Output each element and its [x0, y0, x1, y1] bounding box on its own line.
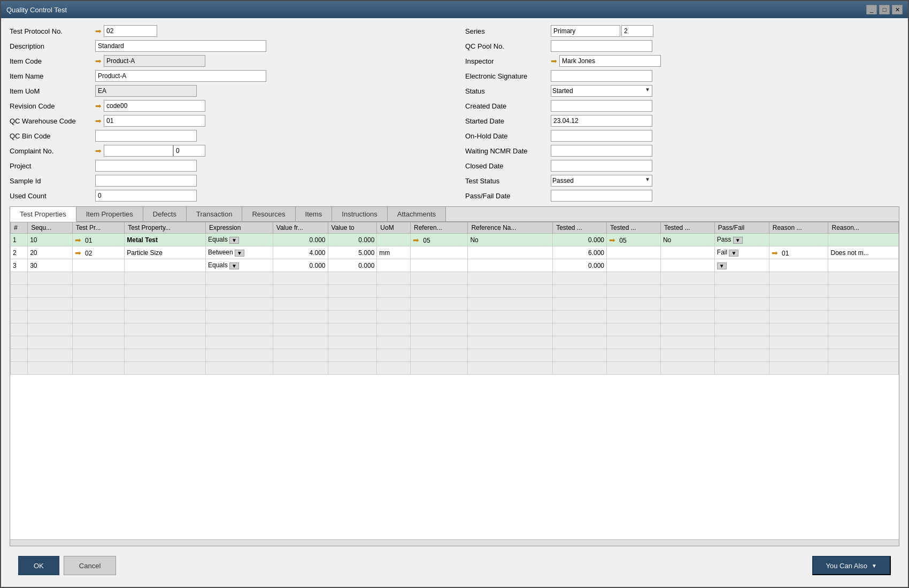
maximize-button[interactable]: □	[879, 5, 890, 14]
test-status-select-wrapper: Passed Failed	[551, 175, 652, 187]
complaint-no-input1[interactable]	[104, 145, 173, 157]
qc-warehouse-input[interactable]	[104, 115, 205, 127]
project-label: Project	[10, 162, 95, 170]
complaint-no-row: Complaint No. ➡	[10, 144, 444, 157]
complaint-no-arrow-icon[interactable]: ➡	[95, 146, 102, 155]
col-reason1: Reason ...	[769, 222, 828, 234]
cell-test-property: Metal Test	[125, 234, 206, 246]
cell-tested2	[607, 259, 661, 272]
qc-pool-input[interactable]	[551, 40, 652, 52]
table-row-empty	[11, 362, 899, 375]
minimize-button[interactable]: _	[866, 5, 877, 14]
cell-reference-na: No	[468, 234, 553, 246]
grid-container[interactable]: # Sequ... Test Pr... Test Property... Ex…	[10, 222, 899, 539]
test-status-row: Test Status Passed Failed	[465, 174, 899, 187]
description-input[interactable]	[95, 40, 266, 52]
cell-num: 3	[11, 259, 28, 272]
qc-warehouse-row: QC Warehouse Code ➡	[10, 114, 444, 127]
row2-arrow-icon[interactable]: ➡	[75, 249, 81, 257]
used-count-input[interactable]	[95, 190, 197, 202]
row1-ref-arrow-icon[interactable]: ➡	[413, 236, 419, 244]
ok-button[interactable]: OK	[18, 556, 59, 575]
pass-fail2-dropdown-icon[interactable]: ▼	[729, 250, 738, 257]
col-value-from: Value fr...	[273, 222, 328, 234]
qc-warehouse-arrow-icon[interactable]: ➡	[95, 117, 102, 125]
row1-tested2-arrow-icon[interactable]: ➡	[609, 236, 615, 244]
row1-arrow-icon[interactable]: ➡	[75, 236, 81, 244]
col-tested2: Tested ...	[607, 222, 661, 234]
cell-tested3: No	[660, 234, 714, 246]
cell-seq: 30	[28, 259, 72, 272]
started-date-input[interactable]	[551, 115, 652, 127]
waiting-ncmr-row: Waiting NCMR Date	[465, 144, 899, 157]
complaint-no-input2[interactable]	[173, 145, 205, 157]
table-row-empty	[11, 349, 899, 362]
horizontal-scrollbar[interactable]	[10, 539, 899, 546]
cancel-button[interactable]: Cancel	[64, 556, 116, 575]
pass-fail-dropdown-icon[interactable]: ▼	[733, 237, 743, 244]
sample-id-input[interactable]	[95, 175, 197, 187]
expression-dropdown-icon[interactable]: ▼	[229, 237, 239, 244]
close-button[interactable]: ✕	[892, 5, 903, 14]
test-protocol-input[interactable]	[104, 25, 157, 37]
cell-value-to: 5.000	[328, 246, 377, 259]
tab-instructions[interactable]: Instructions	[332, 207, 387, 221]
project-input[interactable]	[95, 160, 197, 172]
status-select[interactable]: Started Passed Failed	[551, 85, 652, 97]
revision-code-input[interactable]	[104, 100, 205, 112]
tab-item-properties[interactable]: Item Properties	[76, 207, 143, 221]
test-status-select[interactable]: Passed Failed	[551, 175, 652, 187]
cell-test-property: Particle Size	[125, 246, 206, 259]
created-date-input[interactable]	[551, 100, 652, 112]
col-test-property: Test Property...	[125, 222, 206, 234]
tab-resources[interactable]: Resources	[242, 207, 295, 221]
expression2-dropdown-icon[interactable]: ▼	[235, 250, 244, 257]
cell-uom	[377, 234, 411, 246]
grid-table: # Sequ... Test Pr... Test Property... Ex…	[10, 222, 899, 375]
table-row-empty	[11, 336, 899, 349]
series-input1[interactable]	[551, 25, 620, 37]
tab-test-properties[interactable]: Test Properties	[10, 207, 76, 222]
tab-attachments[interactable]: Attachments	[388, 207, 446, 221]
closed-date-row: Closed Date	[465, 159, 899, 172]
item-uom-input[interactable]	[95, 85, 197, 97]
cell-tested2: ➡ 05	[607, 234, 661, 246]
col-reference-na: Reference Na...	[468, 222, 553, 234]
series-input2[interactable]	[621, 25, 653, 37]
item-code-row: Item Code ➡	[10, 55, 444, 67]
tab-items[interactable]: Items	[296, 207, 333, 221]
pass-fail3-dropdown-icon[interactable]: ▼	[717, 262, 727, 269]
cell-referen	[411, 246, 468, 259]
table-row-empty	[11, 272, 899, 285]
waiting-ncmr-input[interactable]	[551, 145, 652, 157]
inspector-arrow-icon[interactable]: ➡	[551, 57, 557, 65]
revision-code-arrow-icon[interactable]: ➡	[95, 102, 102, 110]
qc-bin-input[interactable]	[95, 130, 197, 142]
item-code-input[interactable]	[104, 55, 205, 67]
test-protocol-arrow-icon[interactable]: ➡	[95, 27, 102, 35]
tab-defects[interactable]: Defects	[143, 207, 187, 221]
on-hold-date-input[interactable]	[551, 130, 652, 142]
qc-pool-label: QC Pool No.	[465, 42, 551, 50]
started-date-label: Started Date	[465, 117, 551, 125]
item-name-input[interactable]	[95, 70, 266, 82]
cell-value-to: 0.000	[328, 259, 377, 272]
bottom-bar: OK Cancel You Can Also ▼	[10, 551, 899, 581]
qc-bin-label: QC Bin Code	[10, 132, 95, 140]
row2-reason-arrow-icon[interactable]: ➡	[772, 249, 778, 257]
expression3-dropdown-icon[interactable]: ▼	[229, 262, 239, 269]
used-count-label: Used Count	[10, 192, 95, 200]
cell-tested2	[607, 246, 661, 259]
electronic-sig-input[interactable]	[551, 70, 652, 82]
cell-tested1: 6.000	[553, 246, 607, 259]
pass-fail-date-input[interactable]	[551, 190, 652, 202]
col-seq: Sequ...	[28, 222, 72, 234]
revision-code-label: Revision Code	[10, 102, 95, 110]
description-row: Description	[10, 40, 444, 52]
closed-date-input[interactable]	[551, 160, 652, 172]
item-code-arrow-icon[interactable]: ➡	[95, 57, 102, 65]
you-can-also-button[interactable]: You Can Also ▼	[812, 556, 891, 575]
series-label: Series	[465, 27, 551, 35]
inspector-input[interactable]	[559, 55, 661, 67]
tab-transaction[interactable]: Transaction	[187, 207, 242, 221]
